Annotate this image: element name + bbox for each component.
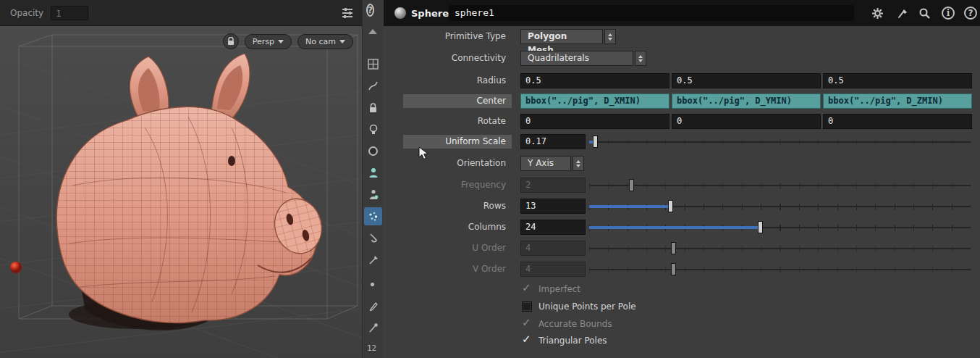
unique-points-per-pole-checkbox[interactable]	[522, 301, 532, 312]
orientation-dropdown[interactable]: Y Axis	[520, 156, 571, 171]
sphere-node-icon	[394, 7, 406, 19]
rows-row: Rows 13	[384, 198, 980, 215]
columns-field[interactable]: 24	[520, 220, 586, 235]
uniform-scale-field[interactable]: 0.17	[520, 134, 586, 149]
viewport-3d-canvas[interactable]: Persp No cam	[0, 26, 362, 358]
persp-camera-button[interactable]: Persp	[245, 34, 292, 49]
lock-icon[interactable]	[364, 99, 382, 117]
primitive-type-row: Primitive Type Polygon Mesh	[384, 28, 980, 46]
magnifier-icon[interactable]	[917, 6, 932, 20]
node-type-label: Sphere	[411, 8, 449, 19]
imperfect-label: Imperfect	[538, 284, 580, 294]
connectivity-dropdown[interactable]: Quadrilaterals	[520, 51, 633, 66]
frequency-slider	[589, 178, 971, 193]
radius-y-field[interactable]: 0.5	[672, 73, 821, 88]
center-z-field[interactable]: bbox("../pig", D_ZMIN)	[823, 93, 972, 109]
accurate-bounds-label: Accurate Bounds	[538, 319, 612, 329]
frequency-label: Frequency	[403, 178, 512, 192]
hook-icon[interactable]	[364, 229, 382, 247]
no-cam-button[interactable]: No cam	[297, 34, 353, 49]
chevron-down-icon	[339, 40, 345, 43]
columns-row: Columns 24	[384, 219, 980, 236]
light-icon[interactable]	[364, 120, 382, 138]
orientation-label[interactable]: Orientation	[403, 157, 512, 170]
pose-icon[interactable]	[364, 186, 382, 204]
viewport-toolstrip: ? 12	[362, 0, 383, 358]
rows-label[interactable]: Rows	[403, 199, 512, 213]
triangular-poles-row: Triangular Poles	[384, 333, 980, 349]
slider-handle	[629, 179, 634, 191]
gear-icon[interactable]	[870, 6, 884, 20]
slider-handle[interactable]	[593, 136, 598, 148]
no-cam-label: No cam	[305, 35, 336, 49]
brush-icon[interactable]	[895, 6, 910, 20]
triangular-poles-checkbox[interactable]	[522, 336, 532, 346]
imperfect-row: Imperfect	[384, 282, 980, 298]
orientation-spinner[interactable]	[573, 156, 584, 171]
rows-field[interactable]: 13	[520, 199, 586, 214]
houdini-window: Opacity 1	[0, 0, 980, 358]
slider-handle[interactable]	[758, 221, 763, 233]
frequency-row: Frequency 2	[384, 177, 980, 194]
help-icon[interactable]: ?	[963, 6, 978, 20]
pig-mesh[interactable]	[56, 54, 327, 330]
lock-icon[interactable]	[223, 33, 239, 49]
u-order-field: 4	[520, 241, 586, 256]
snap-grid-icon[interactable]	[364, 55, 382, 73]
dropper-icon[interactable]	[364, 319, 382, 337]
u-order-row: U Order 4	[384, 240, 980, 257]
slider-handle	[671, 242, 676, 254]
parameter-panel: Sphere sphere1 i ? Primitive Type Polygo…	[384, 0, 980, 358]
opacity-input[interactable]: 1	[51, 6, 88, 20]
radius-label[interactable]: Radius	[403, 74, 512, 88]
primitive-type-dropdown[interactable]: Polygon Mesh	[520, 29, 603, 44]
v-order-label: V Order	[403, 262, 512, 276]
slider-handle[interactable]	[668, 200, 673, 212]
rotate-x-field[interactable]: 0	[520, 114, 669, 129]
center-y-field[interactable]: bbox("../pig", D_YMIN)	[672, 93, 821, 109]
primitive-type-label[interactable]: Primitive Type	[403, 30, 512, 43]
particles-icon[interactable]	[364, 207, 382, 225]
rows-slider[interactable]	[589, 199, 971, 214]
red-origin-dot[interactable]	[10, 262, 22, 273]
radius-x-field[interactable]: 0.5	[520, 73, 669, 88]
display-options-sliders-icon[interactable]	[340, 6, 355, 20]
chevron-down-icon	[278, 40, 284, 43]
ring-icon[interactable]	[364, 142, 382, 160]
connectivity-spinner[interactable]	[635, 51, 646, 66]
accurate-bounds-checkbox[interactable]	[522, 319, 532, 329]
v-order-field: 4	[520, 262, 586, 277]
center-x-field[interactable]: bbox("../pig", D_XMIN)	[520, 93, 669, 109]
columns-label[interactable]: Columns	[403, 220, 512, 234]
rotate-label[interactable]: Rotate	[403, 115, 512, 128]
draw-curve-icon[interactable]	[364, 77, 382, 95]
radius-z-field[interactable]: 0.5	[823, 73, 972, 88]
radius-row: Radius 0.5 0.5 0.5	[384, 72, 980, 90]
uniform-scale-label[interactable]: Uniform Scale	[403, 135, 512, 149]
connectivity-row: Connectivity Quadrilaterals	[384, 50, 980, 67]
connectivity-label[interactable]: Connectivity	[403, 51, 512, 65]
rotate-y-field[interactable]: 0	[672, 114, 821, 129]
primitive-type-spinner[interactable]	[604, 29, 616, 44]
u-order-slider	[589, 241, 971, 256]
unique-points-per-pole-row: Unique Points per Pole	[384, 299, 980, 315]
node-name-input[interactable]: sphere1	[449, 5, 854, 21]
node-header: Sphere sphere1 i ?	[384, 0, 980, 26]
viewport-pane: Opacity 1	[0, 0, 362, 358]
rotate-z-field[interactable]: 0	[823, 114, 972, 129]
info-icon[interactable]: i	[941, 6, 955, 20]
character-icon[interactable]	[364, 164, 382, 182]
v-order-row: V Order 4	[384, 261, 980, 278]
pencil-icon[interactable]	[364, 297, 382, 315]
uniform-scale-slider[interactable]	[589, 134, 971, 149]
help-icon[interactable]: ?	[366, 5, 374, 16]
v-order-slider	[589, 262, 971, 277]
scroll-up-icon[interactable]	[368, 29, 377, 34]
imperfect-checkbox[interactable]	[522, 284, 532, 294]
center-label[interactable]: Center	[403, 94, 512, 108]
columns-slider[interactable]	[589, 220, 971, 235]
opacity-label: Opacity	[10, 8, 43, 18]
dot-icon	[371, 283, 374, 286]
knife-icon[interactable]	[364, 251, 382, 269]
persp-label: Persp	[253, 35, 274, 49]
